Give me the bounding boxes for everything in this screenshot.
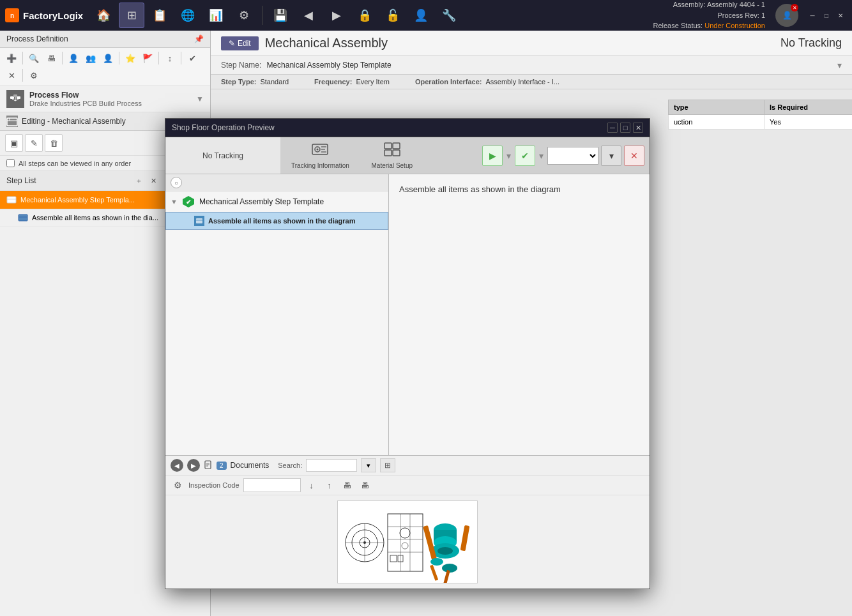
close-x-icon: ✕ (630, 151, 638, 161)
nav-globe-btn[interactable]: 🌐 (175, 3, 201, 28)
title-area: ✎ Edit Mechanical Assembly (221, 36, 388, 50)
tab-no-tracking[interactable]: No Tracking (211, 137, 280, 174)
process-flow-down-btn[interactable]: ▼ (196, 94, 204, 103)
toolbar-check-btn[interactable]: ✔ (185, 50, 200, 66)
docs-action-btn1[interactable]: ⊞ (380, 458, 395, 472)
nav-save-btn[interactable]: 💾 (268, 3, 293, 28)
nav-lock-btn[interactable]: 🔒 (352, 3, 377, 28)
minimize-btn[interactable]: ─ (806, 9, 819, 22)
step-edit-btn[interactable]: ✎ (25, 134, 43, 152)
toolbar-flag-btn[interactable]: 🚩 (140, 50, 155, 66)
left-panel-title: Process Definition (6, 34, 68, 43)
inspection-print2-btn[interactable]: 🖶 (358, 478, 372, 492)
step-name-dropdown-btn[interactable]: ▾ (837, 60, 842, 70)
play-button[interactable]: ▶ (482, 146, 503, 166)
nav-tool-btn[interactable]: 🔧 (436, 3, 462, 28)
nav-grid-btn[interactable]: ⊞ (119, 3, 144, 28)
process-toolbar: ➕ 🔍 🖶 👤 👥 👤 ⭐ 🚩 ↕ ✔ ✕ ⚙ (0, 48, 210, 86)
diagram-canvas (337, 500, 478, 583)
toolbar-person3-btn[interactable]: 👤 (100, 50, 116, 66)
nav-unlock-btn[interactable]: 🔓 (380, 3, 406, 28)
restore-btn[interactable]: □ (820, 9, 833, 22)
modal-win-btns: ─ □ ✕ (607, 123, 643, 133)
modal-restore-btn[interactable]: □ (620, 123, 630, 133)
process-flow-name: Process Flow (29, 91, 191, 100)
modal-tabs: No Tracking (211, 137, 477, 174)
logo-icon: n (5, 8, 19, 22)
docs-badge-area: 2 (211, 460, 227, 470)
svg-rect-2 (13, 94, 17, 97)
nav-back-btn[interactable]: ◀ (296, 3, 321, 28)
tab-material-setup[interactable]: Material Setup (360, 137, 424, 174)
edit-button[interactable]: ✎ Edit (221, 36, 259, 50)
inspection-download-btn[interactable]: ↓ (305, 478, 319, 492)
modal-top-bar: No Tracking (211, 137, 650, 174)
step-meta-bar: Step Type: Standard Frequency: Every Ite… (211, 75, 852, 89)
step-name-value: Mechanical Assembly Step Template (266, 61, 832, 70)
svg-rect-57 (443, 570, 450, 583)
all-steps-label[interactable]: All steps can be viewed in any order (19, 160, 131, 167)
topbar: n FactoryLogix 🏠 ⊞ 📋 🌐 📊 ⚙ 💾 ◀ ▶ 🔒 🔓 👤 🔧… (0, 0, 852, 31)
modal-title: Shop Floor Operation Preview (211, 123, 275, 132)
nav-user-btn[interactable]: 👤 (408, 3, 434, 28)
process-flow-section: Process Flow Drake Industries PCB Build … (0, 86, 210, 112)
modal-content-text: Assemble all items as shown in the diagr… (389, 174, 650, 455)
toolbar-x-btn[interactable]: ✕ (4, 68, 19, 83)
modal-action-close-btn[interactable]: ✕ (624, 146, 644, 166)
toolbar-sep5 (181, 52, 181, 64)
modal-minimize-btn[interactable]: ─ (607, 123, 618, 133)
inspection-bar: ⚙ Inspection Code ↓ ↑ 🖶 🖶 (211, 476, 650, 495)
tree-header: ○ (211, 174, 388, 192)
dropdown-arrow-btn[interactable]: ▾ (601, 146, 621, 166)
tab-tracking-information[interactable]: Tracking Information (280, 137, 360, 174)
inspection-input[interactable] (243, 478, 301, 492)
toolbar-print-btn[interactable]: 🖶 (43, 50, 59, 66)
check-button[interactable]: ✔ (515, 146, 535, 166)
toolbar-search-btn[interactable]: 🔍 (26, 50, 42, 66)
svg-rect-45 (390, 555, 397, 562)
svg-rect-9 (7, 197, 16, 203)
nav-forward-btn[interactable]: ▶ (324, 3, 349, 28)
toolbar-add-btn[interactable]: ➕ (4, 50, 19, 66)
process-flow-sub: Drake Industries PCB Build Process (29, 100, 191, 107)
dropdown-arrow-icon: ▾ (609, 151, 614, 161)
svg-rect-22 (393, 150, 400, 156)
pin-icon[interactable]: 📌 (194, 34, 204, 43)
nav-clipboard-btn[interactable]: 📋 (147, 3, 172, 28)
table-row: uction Yes (669, 115, 853, 130)
tree-child-node[interactable]: Assemble all items as shown in the diagr… (211, 212, 388, 230)
toolbar-person2-btn[interactable]: 👥 (83, 50, 98, 66)
step-add-btn[interactable]: ＋ (132, 174, 145, 187)
all-steps-checkbox[interactable] (6, 159, 15, 167)
toolbar-star-btn[interactable]: ⭐ (123, 50, 138, 66)
toolbar-sep2 (62, 52, 63, 64)
inspection-print-btn[interactable]: 🖶 (340, 478, 354, 492)
docs-search-input[interactable] (306, 459, 357, 472)
step-view-btn[interactable]: ▣ (5, 134, 23, 152)
tree-root-label: Mechanical Assembly Step Template (211, 197, 324, 206)
modal-close-btn[interactable]: ✕ (633, 123, 643, 133)
modal-dialog: Shop Floor Operation Preview ─ □ ✕ (211, 118, 650, 589)
toolbar-arrow-btn[interactable]: ↕ (162, 50, 178, 66)
docs-section: ◀ ▶ 2 Documents (211, 455, 650, 589)
step-remove-btn[interactable]: ✕ (147, 174, 160, 187)
step-name-label: Step Name: (221, 61, 261, 70)
close-btn[interactable]: ✕ (834, 9, 847, 22)
docs-search-btn[interactable]: ▾ (361, 458, 376, 472)
toolbar-person1-btn[interactable]: 👤 (66, 50, 81, 66)
tree-root-node[interactable]: ▼ ✔ Mechanical Assembly Step Template (211, 192, 388, 212)
toolbar-settings-btn[interactable]: ⚙ (26, 68, 42, 83)
play-icon: ▶ (489, 151, 496, 161)
check-icon: ✔ (521, 151, 529, 161)
user-close-badge: ✕ (791, 4, 798, 11)
right-content: ✎ Edit Mechanical Assembly No Tracking S… (211, 31, 852, 616)
user-avatar[interactable]: 👤 ✕ (775, 4, 798, 27)
no-tracking-badge: No Tracking (780, 36, 842, 50)
nav-chart-btn[interactable]: 📊 (203, 3, 229, 28)
material-icon (383, 142, 401, 160)
inspection-upload-btn[interactable]: ↑ (323, 478, 337, 492)
nav-home-btn[interactable]: 🏠 (91, 3, 116, 28)
step-delete-btn[interactable]: 🗑 (45, 134, 63, 152)
nav-gear-btn[interactable]: ⚙ (231, 3, 257, 28)
action-dropdown[interactable] (547, 147, 598, 165)
